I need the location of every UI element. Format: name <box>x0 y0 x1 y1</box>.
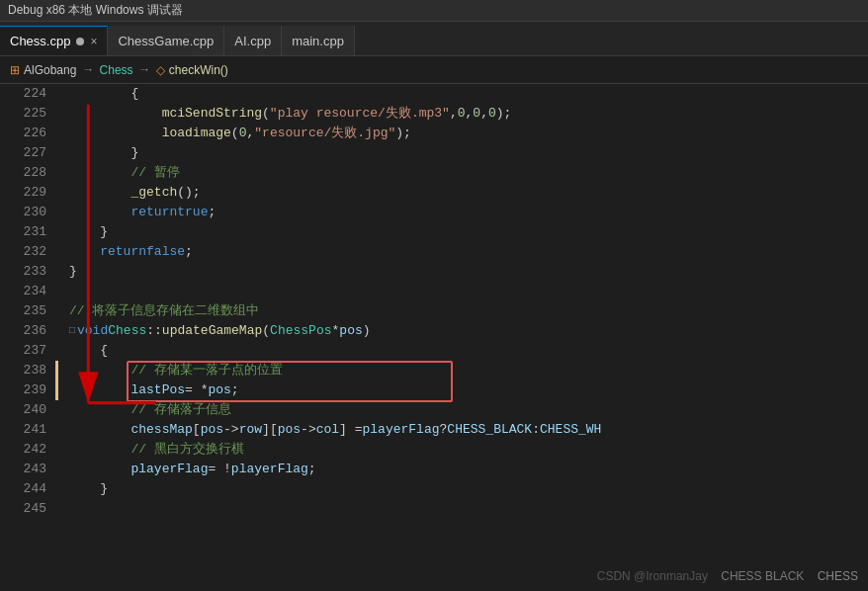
breadcrumb-algobang: AlGobang <box>24 63 76 77</box>
ln-238: 238 <box>0 361 54 380</box>
tab-chess-cpp-close[interactable]: × <box>90 35 97 48</box>
code-line-238: // 存储某一落子点的位置 <box>69 361 854 380</box>
breadcrumb-bar: ⊞ AlGobang → Chess → ◇ checkWin() <box>0 56 868 84</box>
ln-244: 244 <box>0 479 54 499</box>
ln-235: 235 <box>0 301 54 321</box>
code-line-243: playerFlag = !playerFlag; <box>69 460 854 479</box>
ind-239 <box>55 380 58 400</box>
code-line-239: lastPos = *pos; <box>69 380 854 400</box>
breadcrumb-item3: ◇ checkWin() <box>156 63 228 77</box>
ln-232: 232 <box>0 242 54 262</box>
editor-area: 224 225 226 227 228 229 230 231 232 233 … <box>0 84 868 591</box>
tab-chessgame-cpp-label: ChessGame.cpp <box>118 34 214 48</box>
code-line-224: { <box>69 84 854 104</box>
code-line-237: { <box>69 341 854 361</box>
ln-242: 242 <box>0 440 54 460</box>
code-line-244: } <box>69 479 854 499</box>
ln-234: 234 <box>0 282 54 301</box>
ln-231: 231 <box>0 222 54 242</box>
ln-224: 224 <box>0 84 54 104</box>
breadcrumb-chess: Chess <box>100 63 133 77</box>
code-line-229: _getch(); <box>69 183 854 203</box>
code-line-236: □void Chess::updateGameMap(ChessPos * po… <box>69 321 854 341</box>
code-line-235: // 将落子信息存储在二维数组中 <box>69 301 854 321</box>
code-line-245 <box>69 499 854 519</box>
ln-229: 229 <box>0 183 54 203</box>
ln-239: 239 <box>0 380 54 400</box>
top-bar: Debug x86 本地 Windows 调试器 <box>0 0 868 22</box>
ln-241: 241 <box>0 420 54 440</box>
ln-225: 225 <box>0 104 54 124</box>
chess-label: CHESS <box>818 569 858 583</box>
line-numbers: 224 225 226 227 228 229 230 231 232 233 … <box>0 84 54 591</box>
breadcrumb-checkwin: checkWin() <box>169 63 228 77</box>
code-editor[interactable]: { mciSendString("play resource/失败.mp3", … <box>59 84 854 591</box>
tab-chess-cpp-label: Chess.cpp <box>10 34 70 48</box>
code-line-230: return true; <box>69 203 854 222</box>
top-bar-content: Debug x86 本地 Windows 调试器 <box>8 2 183 19</box>
breadcrumb-method-icon: ◇ <box>156 63 165 77</box>
tab-chess-cpp[interactable]: Chess.cpp × <box>0 26 108 55</box>
code-line-240: // 存储落子信息 <box>69 400 854 420</box>
code-line-232: return false; <box>69 242 854 262</box>
ln-243: 243 <box>0 460 54 479</box>
code-line-228: // 暂停 <box>69 163 854 183</box>
tab-main-cpp[interactable]: main.cpp <box>282 26 355 55</box>
code-line-241: chessMap[pos->row][pos->col] = playerFla… <box>69 420 854 440</box>
ln-226: 226 <box>0 124 54 143</box>
tab-ai-cpp-label: AI.cpp <box>234 34 271 48</box>
ln-227: 227 <box>0 143 54 163</box>
ln-240: 240 <box>0 400 54 420</box>
code-line-234 <box>69 282 854 301</box>
tab-bar: Chess.cpp × ChessGame.cpp AI.cpp main.cp… <box>0 22 868 56</box>
breadcrumb-item2: Chess <box>100 63 133 77</box>
ln-230: 230 <box>0 203 54 222</box>
tab-ai-cpp[interactable]: AI.cpp <box>224 26 282 55</box>
watermark: CSDN @IronmanJay CHESS BLACK CHESS <box>597 569 858 583</box>
scrollbar[interactable] <box>854 84 868 591</box>
breadcrumb-arrow2: → <box>141 63 148 77</box>
code-line-242: // 黑白方交换行棋 <box>69 440 854 460</box>
algobang-icon: ⊞ <box>10 63 20 77</box>
code-line-233: } <box>69 262 854 282</box>
breadcrumb-arrow1: → <box>84 63 91 77</box>
tab-chessgame-cpp[interactable]: ChessGame.cpp <box>108 26 224 55</box>
ln-237: 237 <box>0 341 54 361</box>
ind-238 <box>55 361 58 380</box>
tab-chess-cpp-modified <box>76 38 84 45</box>
tab-main-cpp-label: main.cpp <box>292 34 344 48</box>
code-line-225: mciSendString("play resource/失败.mp3", 0,… <box>69 104 854 124</box>
ln-228: 228 <box>0 163 54 183</box>
breadcrumb-item1: ⊞ AlGobang <box>10 63 76 77</box>
code-line-231: } <box>69 222 854 242</box>
ln-236: 236 <box>0 321 54 341</box>
chess-black-label: CHESS BLACK <box>721 569 804 583</box>
code-line-226: loadimage(0, "resource/失败.jpg"); <box>69 124 854 143</box>
ln-245: 245 <box>0 499 54 519</box>
code-line-227: } <box>69 143 854 163</box>
ln-233: 233 <box>0 262 54 282</box>
